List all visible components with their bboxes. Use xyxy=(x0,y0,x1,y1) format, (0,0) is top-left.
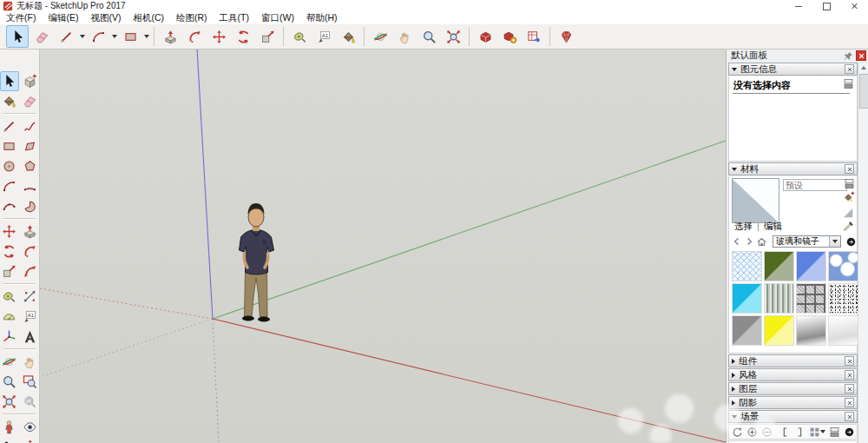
menu-item-1[interactable]: 文件(F) xyxy=(0,12,42,24)
tool-select[interactable] xyxy=(6,25,29,48)
tool-zoom[interactable] xyxy=(0,372,19,392)
create-material-icon[interactable] xyxy=(843,191,855,203)
tool-zoom-extents[interactable] xyxy=(442,25,464,48)
tool-two-point-arc[interactable] xyxy=(21,176,40,196)
tool-previous-view[interactable] xyxy=(21,392,40,412)
tool-text[interactable]: A1 xyxy=(21,307,40,327)
tool-look-around[interactable] xyxy=(21,417,40,437)
tool-zoom[interactable] xyxy=(418,25,440,48)
tab-edit[interactable]: 编辑 xyxy=(764,221,782,233)
dropdown-arrow-button[interactable] xyxy=(110,26,118,47)
material-swatch[interactable] xyxy=(828,283,858,314)
tool-orbit[interactable] xyxy=(0,352,19,372)
tool-paint-bucket[interactable] xyxy=(337,25,359,48)
tool-extension-warehouse[interactable] xyxy=(555,25,577,48)
entity-details-icon[interactable] xyxy=(843,78,854,89)
refresh-button[interactable] xyxy=(732,426,743,438)
menu-item-5[interactable]: 绘图(R) xyxy=(170,12,214,24)
material-swatch[interactable] xyxy=(764,251,794,281)
material-swatch[interactable] xyxy=(764,315,794,346)
material-swatch[interactable] xyxy=(732,283,762,314)
dropdown-button[interactable] xyxy=(829,236,840,247)
tool-eraser[interactable] xyxy=(30,25,53,48)
close-button[interactable] xyxy=(840,0,868,12)
material-swatch[interactable] xyxy=(796,283,826,314)
tool-polygon[interactable] xyxy=(21,156,40,176)
tool-position-camera[interactable] xyxy=(0,417,19,437)
tool-rectangle[interactable] xyxy=(119,25,141,48)
tool-line[interactable] xyxy=(0,116,19,136)
dropdown-arrow-button[interactable] xyxy=(78,26,86,47)
tool-tape-measure[interactable] xyxy=(0,287,19,307)
material-swatch[interactable] xyxy=(732,251,762,281)
tool-3d-warehouse[interactable] xyxy=(474,25,496,48)
tool-scale[interactable] xyxy=(0,261,19,281)
tool-make-component[interactable] xyxy=(21,71,40,91)
tool-scale[interactable] xyxy=(256,25,279,48)
eyedropper-icon[interactable] xyxy=(843,221,854,232)
tool-zoom-window[interactable] xyxy=(21,372,40,392)
material-swatch[interactable] xyxy=(828,315,858,346)
minimize-button[interactable] xyxy=(785,0,812,12)
back-arrow-icon[interactable] xyxy=(732,236,742,247)
tool-share-model[interactable] xyxy=(498,25,521,48)
tool-freehand[interactable] xyxy=(21,116,40,136)
material-swatch[interactable] xyxy=(796,251,826,281)
dropdown-arrow-button[interactable] xyxy=(142,26,150,47)
tool-circle[interactable] xyxy=(0,156,19,176)
section-header-entity-info[interactable]: 图元信息 xyxy=(728,63,858,76)
tool-arc[interactable] xyxy=(0,176,19,196)
material-swatch[interactable] xyxy=(796,315,826,346)
tool-paint-bucket[interactable] xyxy=(0,91,19,111)
viewport-3d[interactable] xyxy=(40,49,726,443)
tool-rotate[interactable] xyxy=(232,25,254,48)
tool-rotated-rectangle[interactable] xyxy=(21,136,40,156)
bracket-left-button[interactable] xyxy=(779,426,791,438)
tool-pan[interactable] xyxy=(393,25,416,48)
tool-dimension[interactable] xyxy=(21,287,40,307)
tool-orbit[interactable] xyxy=(369,25,391,48)
section-close-button[interactable] xyxy=(845,384,854,393)
tool-pie[interactable] xyxy=(21,196,40,216)
forward-arrow-icon[interactable] xyxy=(744,236,754,247)
details-arrow-icon[interactable] xyxy=(845,236,857,248)
home-icon[interactable] xyxy=(756,236,767,248)
secondary-pane-icon[interactable] xyxy=(844,178,855,189)
tool-axes[interactable] xyxy=(0,327,19,347)
tool-push-pull[interactable] xyxy=(21,222,40,241)
bracket-right-button[interactable] xyxy=(794,426,806,438)
tool-three-point-arc[interactable] xyxy=(0,196,19,216)
tool-line[interactable] xyxy=(55,25,77,48)
section-header-collapsed-3[interactable]: 图层 xyxy=(728,382,858,395)
material-name-input[interactable] xyxy=(783,179,847,191)
menu-item-4[interactable]: 相机(C) xyxy=(127,12,170,24)
tool-tape-measure[interactable] xyxy=(288,25,311,48)
section-close-button[interactable] xyxy=(845,356,854,366)
tool-section-plane[interactable] xyxy=(21,437,40,443)
material-swatch[interactable] xyxy=(732,315,762,346)
section-close-button[interactable] xyxy=(845,64,854,74)
tool-pan[interactable] xyxy=(21,352,40,372)
tool-rectangle[interactable] xyxy=(0,136,19,156)
tool-follow-me[interactable] xyxy=(21,241,40,261)
menu-item-6[interactable]: 工具(T) xyxy=(214,12,255,24)
tool-select[interactable] xyxy=(0,71,19,91)
section-close-button[interactable] xyxy=(845,398,854,407)
scroll-up-button[interactable] xyxy=(858,63,868,73)
material-swatch[interactable] xyxy=(764,283,794,314)
menu-item-7[interactable]: 窗口(W) xyxy=(255,12,300,24)
section-header-scenes[interactable]: 场景 xyxy=(728,410,858,423)
tool-eraser[interactable] xyxy=(21,91,40,111)
section-close-button[interactable] xyxy=(845,412,854,421)
tool-rotate[interactable] xyxy=(0,241,19,261)
tool-move[interactable] xyxy=(207,25,230,48)
menu-item-8[interactable]: 帮助(H) xyxy=(300,12,344,24)
remove-scene-button[interactable] xyxy=(761,426,773,438)
section-header-materials[interactable]: 材料 xyxy=(728,162,858,175)
tool-follow-me[interactable] xyxy=(183,25,206,48)
tool-push-pull[interactable] xyxy=(159,25,181,48)
panel-scrollbar[interactable] xyxy=(858,63,868,443)
view-options-button[interactable] xyxy=(809,426,825,438)
material-swatch[interactable] xyxy=(828,251,858,281)
pin-icon[interactable] xyxy=(844,51,853,61)
